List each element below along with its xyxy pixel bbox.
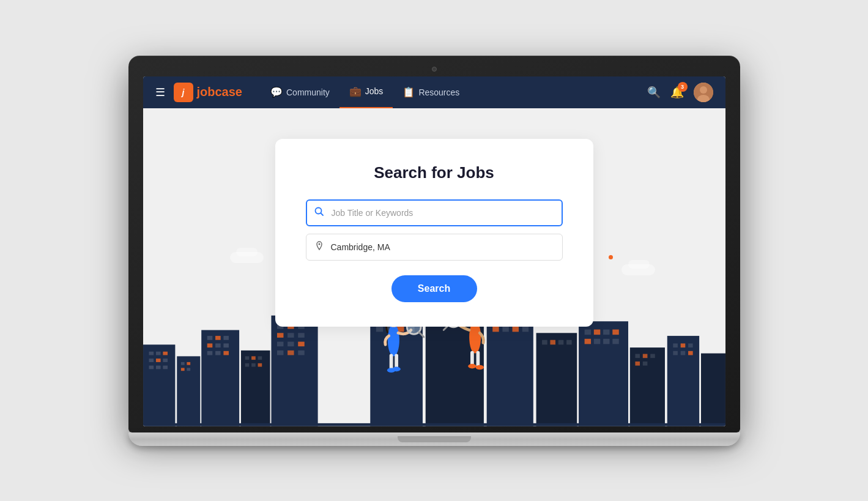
svg-rect-35 <box>245 363 249 367</box>
svg-rect-110 <box>667 336 699 426</box>
svg-rect-49 <box>287 351 294 355</box>
svg-rect-93 <box>558 340 563 345</box>
screen-bezel: ☰ j jobcase 💬 Community 💼 Jobs <box>128 56 740 432</box>
svg-rect-60 <box>376 327 382 332</box>
nav-link-resources[interactable]: 📋 Resources <box>393 76 469 108</box>
resources-icon: 📋 <box>402 86 415 98</box>
svg-rect-14 <box>155 365 160 369</box>
location-input[interactable] <box>306 234 563 261</box>
svg-rect-91 <box>542 340 547 345</box>
svg-rect-101 <box>593 339 599 344</box>
location-input-wrapper <box>306 234 563 261</box>
jobs-label: Jobs <box>365 86 384 96</box>
svg-rect-104 <box>629 347 664 426</box>
svg-rect-122 <box>389 354 393 370</box>
svg-rect-43 <box>287 333 294 338</box>
svg-rect-13 <box>149 365 154 369</box>
svg-rect-30 <box>223 351 229 355</box>
svg-rect-28 <box>207 351 212 355</box>
svg-rect-99 <box>612 329 618 335</box>
svg-rect-31 <box>240 351 270 426</box>
nav-links: 💬 Community 💼 Jobs 📋 Resources <box>261 76 647 109</box>
svg-point-125 <box>392 366 400 371</box>
svg-rect-18 <box>187 362 190 365</box>
app-main: Search for Jobs <box>143 108 725 426</box>
nav-right: 🔍 🔔 3 <box>647 83 713 102</box>
svg-rect-86 <box>492 327 499 332</box>
svg-rect-19 <box>180 368 184 371</box>
search-card: Search for Jobs <box>275 139 593 327</box>
svg-rect-20 <box>187 368 190 371</box>
svg-line-4 <box>321 213 323 215</box>
svg-rect-108 <box>635 362 640 366</box>
svg-rect-96 <box>584 329 590 335</box>
nav-link-community[interactable]: 💬 Community <box>261 76 339 108</box>
svg-rect-106 <box>642 354 647 358</box>
laptop-container: ☰ j jobcase 💬 Community 💼 Jobs <box>128 56 740 446</box>
svg-point-132 <box>468 364 476 369</box>
svg-rect-45 <box>276 341 283 346</box>
svg-rect-38 <box>271 316 317 426</box>
logo-text: jobcase <box>197 85 243 99</box>
avatar[interactable] <box>694 83 713 102</box>
svg-rect-46 <box>287 341 294 346</box>
search-magnifier-icon <box>314 207 324 219</box>
svg-rect-33 <box>251 356 256 360</box>
svg-rect-98 <box>603 329 609 335</box>
svg-rect-24 <box>223 336 229 340</box>
svg-rect-111 <box>673 343 678 347</box>
logo[interactable]: j jobcase <box>174 83 243 102</box>
svg-rect-116 <box>688 351 693 355</box>
svg-rect-115 <box>680 351 685 355</box>
svg-rect-94 <box>566 340 572 345</box>
community-label: Community <box>286 87 330 97</box>
svg-rect-34 <box>258 356 262 360</box>
svg-rect-42 <box>276 333 283 338</box>
location-pin-icon <box>314 241 324 253</box>
svg-rect-44 <box>298 333 304 338</box>
search-button[interactable]: Search <box>391 275 477 302</box>
svg-rect-47 <box>298 341 304 346</box>
svg-rect-26 <box>215 343 221 347</box>
svg-rect-6 <box>143 344 175 426</box>
svg-rect-88 <box>512 327 518 332</box>
svg-rect-105 <box>635 354 640 358</box>
svg-rect-48 <box>276 351 283 355</box>
hamburger-icon[interactable]: ☰ <box>155 86 165 99</box>
svg-rect-16 <box>177 356 200 426</box>
logo-icon: j <box>174 83 193 102</box>
keyword-input-wrapper <box>306 199 563 226</box>
svg-rect-119 <box>143 423 725 426</box>
svg-rect-22 <box>207 336 212 340</box>
svg-rect-11 <box>155 358 160 362</box>
svg-rect-29 <box>215 351 221 355</box>
notification-badge: 3 <box>678 82 688 92</box>
svg-rect-27 <box>223 343 229 347</box>
notification-btn[interactable]: 🔔 3 <box>670 86 684 99</box>
resources-label: Resources <box>418 87 459 97</box>
svg-rect-114 <box>673 351 678 355</box>
search-title: Search for Jobs <box>306 163 563 182</box>
svg-rect-87 <box>502 327 508 332</box>
svg-rect-109 <box>642 362 647 366</box>
keyword-input[interactable] <box>306 199 563 226</box>
svg-rect-50 <box>298 351 304 355</box>
svg-rect-12 <box>163 358 168 362</box>
svg-rect-92 <box>550 340 555 345</box>
svg-rect-36 <box>251 363 256 367</box>
svg-rect-89 <box>522 327 528 332</box>
screen: ☰ j jobcase 💬 Community 💼 Jobs <box>143 76 725 426</box>
svg-rect-23 <box>215 336 221 340</box>
search-icon-btn[interactable]: 🔍 <box>647 86 661 99</box>
svg-rect-32 <box>245 356 249 360</box>
navbar: ☰ j jobcase 💬 Community 💼 Jobs <box>143 76 725 108</box>
nav-link-jobs[interactable]: 💼 Jobs <box>339 76 393 109</box>
svg-rect-97 <box>593 329 599 335</box>
svg-rect-7 <box>149 352 154 355</box>
svg-rect-117 <box>700 354 725 426</box>
svg-point-1 <box>700 86 707 94</box>
svg-rect-17 <box>180 362 184 365</box>
svg-rect-37 <box>258 363 262 367</box>
svg-rect-25 <box>207 343 212 347</box>
svg-rect-112 <box>680 343 685 347</box>
